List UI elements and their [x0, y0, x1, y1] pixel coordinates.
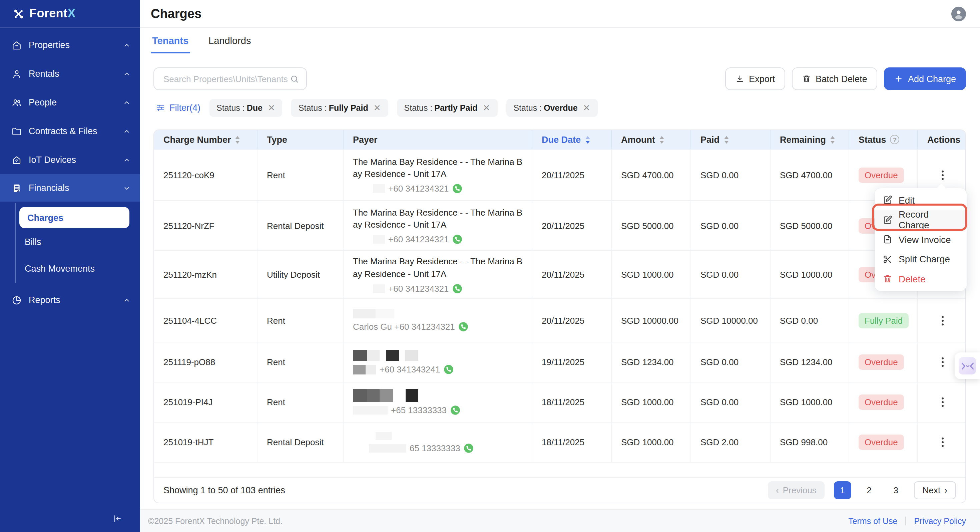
payer-cell: 65 13333333 [344, 422, 532, 462]
batch-delete-button[interactable]: Batch Delete [792, 67, 877, 90]
next-page-button[interactable]: Next › [914, 481, 956, 499]
payer-redacted-line [353, 389, 418, 402]
redacted-text-block [369, 444, 406, 452]
status-badge: Fully Paid [859, 313, 908, 328]
context-menu-item-view-invoice[interactable]: View Invoice [875, 229, 967, 249]
context-menu-item-record-charge[interactable]: Record Charge [875, 210, 967, 229]
sidebar-item-rentals[interactable]: Rentals [0, 59, 140, 88]
sort-icon[interactable] [585, 135, 590, 144]
person-icon [11, 68, 22, 79]
sidebar-item-reports[interactable]: Reports [0, 286, 140, 314]
column-header-due-date[interactable]: Due Date [532, 130, 612, 149]
contact-redacted-blocks [373, 184, 385, 193]
sidebar-subitem-charges[interactable]: Charges [19, 207, 129, 228]
row-actions-button[interactable] [934, 354, 951, 371]
whatsapp-icon[interactable] [443, 365, 453, 374]
column-header-remaining[interactable]: Remaining [770, 130, 849, 149]
context-menu-item-edit[interactable]: Edit [875, 190, 967, 210]
filter-chip-due[interactable]: Status :Due✕ [209, 99, 283, 117]
sidebar: ForentX PropertiesRentalsPeopleContracts… [0, 0, 140, 532]
sidebar-item-properties[interactable]: Properties [0, 31, 140, 59]
terms-of-use-link[interactable]: Terms of Use [848, 516, 897, 526]
search-input[interactable] [162, 73, 290, 84]
sort-icon[interactable] [235, 135, 240, 144]
chip-close-icon[interactable]: ✕ [483, 103, 490, 113]
column-header-paid[interactable]: Paid [691, 130, 770, 149]
redacted-text-block [353, 350, 367, 361]
remaining-cell: SGD 1000.00 [770, 251, 849, 298]
row-actions-button[interactable] [934, 166, 951, 183]
context-menu-item-split-charge[interactable]: Split Charge [875, 249, 967, 269]
feedback-widget[interactable] [955, 352, 980, 379]
sidebar-item-financials[interactable]: $Financials [0, 174, 140, 202]
search-icon[interactable] [290, 74, 299, 84]
sidebar-item-iot-devices[interactable]: IoT Devices [0, 145, 140, 174]
export-button[interactable]: Export [725, 67, 785, 90]
previous-page-button[interactable]: ‹ Previous [768, 481, 824, 499]
sidebar-collapse-button[interactable] [105, 511, 128, 528]
whatsapp-icon[interactable] [464, 443, 474, 453]
row-actions-button[interactable] [934, 393, 951, 411]
whatsapp-icon[interactable] [452, 234, 462, 244]
redacted-text-block [375, 309, 394, 319]
whatsapp-icon[interactable] [450, 405, 460, 415]
page-numbers: 123 [834, 481, 905, 499]
column-header-charge-number[interactable]: Charge Number [154, 130, 258, 149]
amount-cell: SGD 1000.00 [612, 422, 691, 462]
row-actions-button[interactable] [934, 433, 951, 451]
status-cell: Fully Paid [849, 299, 918, 342]
pagination-page-1[interactable]: 1 [834, 481, 851, 499]
whatsapp-icon[interactable] [452, 183, 462, 194]
user-avatar[interactable] [951, 7, 966, 21]
filter-chip-overdue[interactable]: Status :Overdue✕ [506, 99, 597, 117]
sidebar-subitem-cash-movements[interactable]: Cash Movements [0, 255, 140, 282]
table-row: 251119-pO88Rent+60 34134324119/11/2025SG… [154, 342, 965, 382]
filter-row: Filter(4) Status :Due✕Status :Fully Paid… [156, 99, 597, 117]
brand-name: ForentX [29, 7, 76, 21]
help-icon[interactable]: ? [890, 135, 900, 144]
row-actions-button[interactable] [934, 312, 951, 329]
status-badge: Overdue [859, 435, 904, 450]
tab-landlords[interactable]: Landlords [207, 35, 252, 53]
sidebar-subitem-bills[interactable]: Bills [0, 228, 140, 255]
actions-cell [918, 422, 966, 462]
filter-button[interactable]: Filter(4) [156, 103, 200, 113]
actions-cell [918, 382, 966, 422]
sort-icon[interactable] [724, 135, 729, 144]
sort-icon[interactable] [830, 135, 835, 144]
pagination-page-2[interactable]: 2 [861, 481, 878, 499]
filter-chip-fully-paid[interactable]: Status :Fully Paid✕ [291, 99, 388, 117]
pagination-page-3[interactable]: 3 [887, 481, 905, 499]
sidebar-item-label: People [29, 97, 116, 107]
context-menu-item-delete[interactable]: Delete [875, 269, 967, 289]
chip-close-icon[interactable]: ✕ [268, 103, 275, 113]
type-cell: Rental Deposit [258, 422, 344, 462]
chevron-right-icon: › [944, 486, 947, 495]
sidebar-item-people[interactable]: People [0, 88, 140, 117]
contact-redacted-blocks [369, 444, 406, 452]
brand-logo[interactable]: ForentX [0, 0, 140, 28]
filter-chip-partly-paid[interactable]: Status :Partly Paid✕ [397, 99, 498, 117]
paid-cell: SGD 0.00 [691, 251, 770, 298]
redacted-text-block [353, 365, 366, 374]
whatsapp-icon[interactable] [458, 322, 468, 332]
column-label: Paid [700, 134, 719, 145]
payer-cell: The Marina Bay Residence - - The Marina … [344, 251, 532, 298]
invoice-icon [883, 235, 892, 245]
sort-icon[interactable] [659, 135, 665, 144]
iot-home-icon [11, 155, 22, 165]
column-header-amount[interactable]: Amount [612, 130, 691, 149]
sidebar-item-contracts-files[interactable]: Contracts & Files [0, 117, 140, 145]
tab-tenants[interactable]: Tenants [151, 35, 190, 53]
add-charge-button[interactable]: Add Charge [884, 67, 966, 90]
search-box [153, 67, 307, 90]
column-header-type: Type [258, 130, 344, 149]
whatsapp-icon[interactable] [452, 284, 462, 293]
chip-close-icon[interactable]: ✕ [583, 103, 590, 113]
previous-label: Previous [783, 485, 816, 495]
privacy-policy-link[interactable]: Privacy Policy [914, 516, 966, 526]
sidebar-item-label: Reports [29, 295, 116, 305]
redacted-text-block [393, 389, 406, 402]
table-header-row: Charge NumberTypePayerDue DateAmountPaid… [154, 130, 965, 150]
chip-close-icon[interactable]: ✕ [374, 103, 381, 113]
